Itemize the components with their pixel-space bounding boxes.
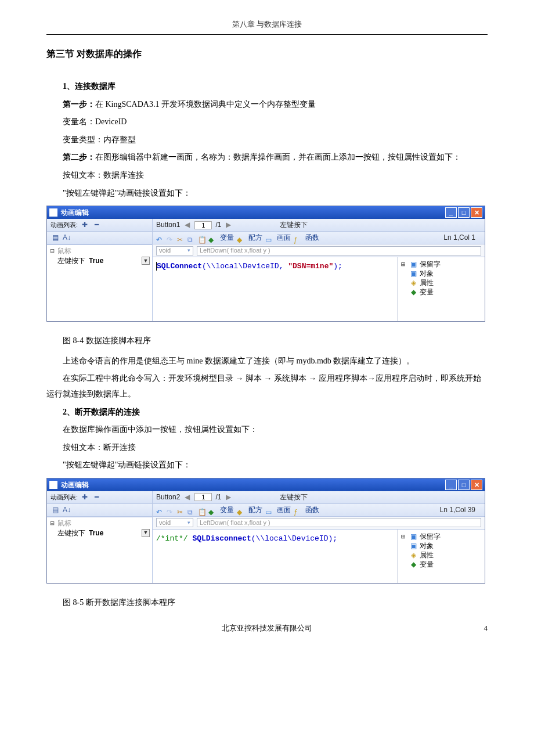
tree-expand-icon[interactable]: ⊞ xyxy=(401,530,407,543)
function-button[interactable]: 函数 xyxy=(305,231,319,244)
copy-icon[interactable]: ⧉ xyxy=(187,506,196,514)
remove-icon[interactable]: ━ xyxy=(92,221,101,230)
heading-1: 1、连接数据库 xyxy=(46,79,488,95)
button-name: Button1 xyxy=(156,218,180,232)
figure-8-5-caption: 图 8-5 断开数据库连接脚本程序 xyxy=(46,595,488,611)
screen-icon[interactable]: ▭ xyxy=(265,506,274,514)
prev-page-icon[interactable]: ◀ xyxy=(183,218,191,232)
page-total: /1 xyxy=(215,491,221,504)
recipe-icon[interactable]: ◆ xyxy=(237,233,246,242)
step1-line: 第一步：在 KingSCADA3.1 开发环境数据词典中定义一个内存整型变量 xyxy=(46,97,488,113)
button-name: Button2 xyxy=(156,491,180,504)
variable-button[interactable]: 变量 xyxy=(220,503,234,517)
var-node[interactable]: 变量 xyxy=(420,558,434,571)
sort-icon[interactable]: A↓ xyxy=(62,505,71,514)
code-editor[interactable]: SQLConnect(\\local\DeviceID, "DSN=mine")… xyxy=(153,257,398,321)
recipe-icon[interactable]: ◆ xyxy=(237,506,246,514)
code-arg: (\\local\DeviceID); xyxy=(251,534,337,543)
animation-tree[interactable]: ⊟ 鼠标 左键按下 True ▼ xyxy=(47,244,152,314)
redo-icon[interactable]: ↷ xyxy=(167,233,175,242)
animation-list-panel: 动画列表: ✚ ━ ▤ A↓ ⊟ 鼠标 左键按下 True ▼ xyxy=(47,491,153,583)
desc1: 上述命令语言的作用是使组态王与 mine 数据源建立了连接（即与 mydb.md… xyxy=(46,354,488,369)
step2-line: 第二步：在图形编辑器中新建一画面，名称为：数据库操作画面，并在画面上添加一按钮，… xyxy=(46,150,488,165)
screen-button[interactable]: 画面 xyxy=(277,503,291,517)
line-col-status: Ln 1,Col 39 xyxy=(440,503,481,517)
event-label: 左键按下 xyxy=(280,218,308,232)
chapter-header: 第八章 与数据库连接 xyxy=(46,17,488,35)
prev-page-icon[interactable]: ◀ xyxy=(183,491,191,504)
desc2: 在实际工程中将此命令写入：开发环境树型目录 → 脚本 → 系统脚本 → 应用程序… xyxy=(46,371,488,402)
function-button[interactable]: 函数 xyxy=(305,503,319,517)
cut-icon[interactable]: ✂ xyxy=(177,233,186,242)
maximize-button[interactable]: □ xyxy=(458,480,470,490)
tree-collapse-icon[interactable]: ⊟ xyxy=(49,244,55,258)
variable-button[interactable]: 变量 xyxy=(220,231,234,244)
page-number: 4 xyxy=(484,621,488,636)
paste-icon[interactable]: 📋 xyxy=(198,233,207,242)
app-icon xyxy=(49,481,57,489)
tree-expand-icon[interactable]: ⊞ xyxy=(401,258,407,271)
figure-8-4-caption: 图 8-4 数据连接脚本程序 xyxy=(46,333,488,349)
return-type-select[interactable]: void ▾ xyxy=(156,518,193,527)
sort-icon[interactable]: A↓ xyxy=(62,233,71,243)
var-node[interactable]: 变量 xyxy=(420,286,434,299)
function-icon[interactable]: ƒ xyxy=(294,233,302,242)
animation-list-panel: 动画列表: ✚ ━ ▤ A↓ ⊟ 鼠标 左键按下 True ▼ xyxy=(47,219,153,321)
recipe-button[interactable]: 配方 xyxy=(248,503,262,517)
step1-label: 第一步： xyxy=(63,100,95,109)
titlebar[interactable]: 动画编辑 _ □ ✕ xyxy=(47,206,485,219)
close-button[interactable]: ✕ xyxy=(471,207,482,218)
copy-icon[interactable]: ⧉ xyxy=(187,233,196,242)
maximize-button[interactable]: □ xyxy=(458,207,470,218)
minimize-button[interactable]: _ xyxy=(445,480,457,490)
code-arg1: (\\local\DeviceID, xyxy=(202,262,283,271)
redo-icon[interactable]: ↷ xyxy=(167,506,175,514)
dropdown-icon[interactable]: ▼ xyxy=(142,257,150,265)
variable-icon[interactable]: ◆ xyxy=(208,506,217,514)
minimize-button[interactable]: _ xyxy=(445,207,457,218)
code-editor[interactable]: /*int*/ SQLDisconnect(\\local\DeviceID); xyxy=(153,530,398,583)
titlebar[interactable]: 动画编辑 _ □ ✕ xyxy=(47,478,485,491)
add-icon[interactable]: ✚ xyxy=(80,221,89,230)
list-view-icon[interactable]: ▤ xyxy=(50,505,60,514)
animation-tree[interactable]: ⊟ 鼠标 左键按下 True ▼ xyxy=(47,517,152,574)
section-title: 第三节 对数据库的操作 xyxy=(46,45,488,63)
variable-icon[interactable]: ◆ xyxy=(208,233,217,242)
page-input[interactable] xyxy=(194,221,212,229)
tree-item-leftdown[interactable]: 左键按下 xyxy=(57,254,85,268)
animation-list-label: 动画列表: xyxy=(50,491,78,503)
next-page-icon[interactable]: ▶ xyxy=(225,218,232,232)
step2-label: 第二步： xyxy=(63,153,95,161)
dropdown-icon[interactable]: ▼ xyxy=(142,529,150,537)
tree-collapse-icon[interactable]: ⊟ xyxy=(49,517,55,530)
line-col-status: Ln 1,Col 1 xyxy=(443,231,481,244)
vartype-line: 变量类型：内存整型 xyxy=(46,132,488,148)
screen-button[interactable]: 画面 xyxy=(277,231,291,244)
undo-icon[interactable]: ↶ xyxy=(156,506,165,514)
editor-window-1: 动画编辑 _ □ ✕ 动画列表: ✚ ━ ▤ A↓ ⊟ 鼠标 xyxy=(46,206,485,322)
paste-icon[interactable]: 📋 xyxy=(198,506,207,514)
editor-window-2: 动画编辑 _ □ ✕ 动画列表: ✚ ━ ▤ A↓ ⊟ 鼠标 xyxy=(46,478,485,584)
code-fn: SQLConnect xyxy=(157,262,202,271)
return-type-select[interactable]: void ▾ xyxy=(156,246,193,255)
tree-item-leftdown[interactable]: 左键按下 xyxy=(57,527,85,540)
symbol-tree[interactable]: ⊞▣保留字 ▣对象 ◈属性 ◆变量 xyxy=(398,257,485,321)
undo-icon[interactable]: ↶ xyxy=(156,233,165,242)
window-title: 动画编辑 xyxy=(61,478,445,492)
remove-icon[interactable]: ━ xyxy=(92,492,101,502)
close-button[interactable]: ✕ xyxy=(471,480,482,490)
page-input[interactable] xyxy=(194,493,212,501)
list-view-icon[interactable]: ▤ xyxy=(50,233,60,243)
add-icon[interactable]: ✚ xyxy=(80,492,89,502)
var-icon: ◆ xyxy=(409,558,417,571)
page-total: /1 xyxy=(215,218,221,232)
next-page-icon[interactable]: ▶ xyxy=(225,491,232,504)
symbol-tree[interactable]: ⊞▣保留字 ▣对象 ◈属性 ◆变量 xyxy=(398,530,485,583)
function-icon[interactable]: ƒ xyxy=(294,506,302,514)
p2c: "按钮左键弹起"动画链接设置如下： xyxy=(46,458,488,473)
screen-icon[interactable]: ▭ xyxy=(265,233,274,242)
code-fn: SQLDisconnect xyxy=(192,534,251,543)
cut-icon[interactable]: ✂ xyxy=(177,506,186,514)
tree-item-value: True xyxy=(89,254,103,268)
recipe-button[interactable]: 配方 xyxy=(248,231,262,244)
